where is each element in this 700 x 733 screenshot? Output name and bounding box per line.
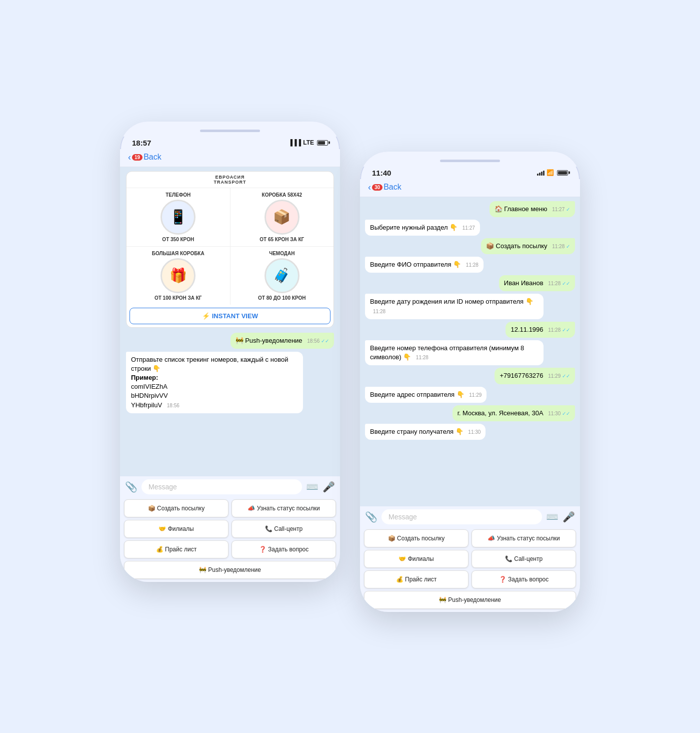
cell-title-bigbox: БОЛЬШАЯ КОРОБКА: [152, 251, 204, 256]
kb-call-center-left[interactable]: 📞 Call-центр: [232, 520, 336, 538]
cell-price-bigbox: ОТ 100 КРОН ЗА КГ: [154, 295, 202, 301]
enter-address-time: 11:29: [469, 392, 482, 398]
address-text: г. Москва, ул. Ясеневая, 30А: [458, 409, 544, 417]
cell-price-box: ОТ 65 КРОН ЗА КГ: [260, 237, 304, 242]
kb-push-notif-right[interactable]: 🚧 Push-уведомление: [364, 591, 576, 609]
cell-title-phone: ТЕЛЕФОН: [166, 192, 190, 198]
cell-img-suitcase: 🧳: [264, 258, 300, 293]
ivan-bubble: Иван Иванов 11:28 ✓✓: [499, 275, 575, 291]
keyboard-icon-left[interactable]: ⌨️: [306, 481, 318, 493]
kb-push-notif-left[interactable]: 🚧 Push-уведомление: [124, 561, 336, 579]
kb-ask-question-left[interactable]: ❓ Задать вопрос: [232, 540, 336, 558]
lte-label: LTE: [303, 139, 314, 146]
choose-section-row: Выберите нужный раздел 👇 11:27: [365, 220, 575, 236]
cell-title-box: КОРОБКА 58X42: [262, 192, 302, 198]
cell-price-phone: ОТ 350 КРОН: [162, 237, 194, 242]
back-badge-left: 19: [132, 154, 142, 161]
enter-dob-text: Введите дату рождения или ID номер отпра…: [370, 298, 534, 305]
kb-row-2: 🤝 Филиалы 📞 Call-центр: [124, 520, 336, 538]
kb-row-r3: 💰 Прайс лист ❓ Задать вопрос: [364, 570, 576, 588]
mic-icon-left[interactable]: 🎤: [322, 481, 335, 493]
input-placeholder-left: Message: [148, 483, 177, 491]
enter-phone-row: Введите номер телефона отправителя (мини…: [365, 340, 575, 365]
instant-view-button[interactable]: ⚡ INSTANT VIEW: [130, 308, 330, 324]
push-msg-time: 18:56 ✓✓: [307, 338, 329, 344]
notch-bar: [200, 130, 260, 132]
kb-create-parcel-left[interactable]: 📦 Создать посылку: [124, 499, 228, 517]
back-button-right[interactable]: ‹ 30 Back: [368, 182, 402, 193]
signal-bars-right: [537, 170, 544, 176]
input-bar-right: 📎 Message ⌨️ 🎤: [360, 506, 580, 527]
time-right: 11:40: [372, 169, 391, 177]
enter-fio-text: Введите ФИО отправителя 👇: [370, 261, 461, 268]
kb-row-r4: 🚧 Push-уведомление: [364, 591, 576, 609]
phone-bubble: +79167763276 11:29 ✓✓: [494, 368, 575, 384]
chat-body-right: 🏠 Главное меню 11:27 ✓ Выберите нужный р…: [360, 197, 580, 506]
instant-view-label: ⚡ INSTANT VIEW: [202, 312, 258, 320]
image-cell-suitcase: ЧЕМОДАН 🧳 ОТ 80 ДО 100 КРОН: [230, 247, 334, 305]
dob-time: 11:28 ✓✓: [548, 327, 570, 333]
cell-img-bigbox: 🎁: [160, 258, 196, 293]
message-input-left[interactable]: Message: [142, 479, 302, 494]
enter-dob-row: Введите дату рождения или ID номер отпра…: [365, 294, 575, 319]
main-menu-row: 🏠 Главное меню 11:27 ✓: [365, 201, 575, 217]
main-menu-text: 🏠 Главное меню: [494, 205, 548, 213]
keyboard-icon-right[interactable]: ⌨️: [546, 511, 558, 523]
tracking-msg-bubble: Отправьте список трекинг номеров, каждый…: [126, 352, 303, 413]
kb-price-list-left[interactable]: 💰 Прайс лист: [124, 540, 228, 558]
push-msg-row: 🚧 Push-уведомление 18:56 ✓✓: [126, 333, 334, 349]
battery-icon-right: [557, 170, 568, 176]
ivan-row: Иван Иванов 11:28 ✓✓: [365, 275, 575, 291]
enter-address-bubble: Введите адрес отправителя 👇 11:29: [365, 387, 486, 403]
notch-bar-right: [440, 160, 500, 162]
kb-branches-right[interactable]: 🤝 Филиалы: [364, 550, 468, 568]
ivan-time: 11:28 ✓✓: [548, 281, 570, 286]
enter-dob-bubble: Введите дату рождения или ID номер отпра…: [365, 294, 544, 319]
back-button-left[interactable]: ‹ 19 Back: [128, 152, 162, 163]
chat-header-right: ‹ 30 Back: [360, 179, 580, 197]
kb-branches-left[interactable]: 🤝 Филиалы: [124, 520, 228, 538]
keyboard-buttons-left: 📦 Создать посылку 📣 Узнать статус посылк…: [120, 497, 340, 581]
address-row: г. Москва, ул. Ясеневая, 30А 11:30 ✓✓: [365, 405, 575, 421]
time-left: 18:57: [132, 139, 151, 147]
kb-create-parcel-right[interactable]: 📦 Создать посылку: [364, 529, 468, 547]
image-card-header: ЕВРОАСИЯTRANSPORT: [126, 172, 334, 188]
status-icons-right: 📶: [537, 169, 568, 176]
enter-country-row: Введите страну получателя 👇 11:30: [365, 424, 575, 440]
battery-icon-left: [317, 140, 328, 146]
kb-ask-question-right[interactable]: ❓ Задать вопрос: [472, 570, 576, 588]
back-label-right: Back: [384, 183, 402, 192]
kb-track-parcel-left[interactable]: 📣 Узнать статус посылки: [232, 499, 336, 517]
enter-phone-bubble: Введите номер телефона отправителя (мини…: [365, 340, 544, 365]
status-bar-left: 18:57 ▐▐▐ LTE: [120, 137, 340, 149]
enter-phone-text: Введите номер телефона отправителя (мини…: [370, 344, 524, 361]
enter-fio-time: 11:28: [466, 262, 478, 268]
bar2: [539, 173, 540, 176]
kb-row-r2: 🤝 Филиалы 📞 Call-центр: [364, 550, 576, 568]
ivan-text: Иван Иванов: [504, 279, 544, 287]
image-cell-phone: ТЕЛЕФОН 📱 ОТ 350 КРОН: [126, 188, 230, 246]
choose-section-text: Выберите нужный раздел 👇: [370, 224, 458, 231]
message-input-right[interactable]: Message: [382, 509, 542, 524]
phone-time: 11:29 ✓✓: [548, 373, 570, 379]
attachment-icon-left[interactable]: 📎: [125, 481, 138, 493]
kb-call-center-right[interactable]: 📞 Call-центр: [472, 550, 576, 568]
attachment-icon-right[interactable]: 📎: [365, 511, 378, 523]
input-placeholder-right: Message: [388, 513, 417, 521]
push-msg-text: 🚧 Push-уведомление: [236, 337, 302, 344]
image-cell-box: КОРОБКА 58X42 📦 ОТ 65 КРОН ЗА КГ: [230, 188, 334, 246]
back-badge-right: 30: [372, 184, 382, 191]
kb-track-parcel-right[interactable]: 📣 Узнать статус посылки: [472, 529, 576, 547]
cell-title-suitcase: ЧЕМОДАН: [269, 251, 294, 256]
kb-price-list-right[interactable]: 💰 Прайс лист: [364, 570, 468, 588]
mic-icon-right[interactable]: 🎤: [562, 511, 575, 523]
back-label-left: Back: [144, 153, 162, 162]
dob-bubble: 12.11.1996 11:28 ✓✓: [506, 322, 575, 338]
cell-img-phone: 📱: [160, 200, 196, 235]
push-msg-bubble: 🚧 Push-уведомление 18:56 ✓✓: [230, 333, 334, 349]
kb-row-4: 🚧 Push-уведомление: [124, 561, 336, 579]
chat-header-left: ‹ 19 Back: [120, 149, 340, 167]
push-check: ✓✓: [321, 338, 329, 344]
signal-left: ▐▐▐: [288, 139, 302, 146]
status-icons-left: ▐▐▐ LTE: [288, 139, 328, 146]
